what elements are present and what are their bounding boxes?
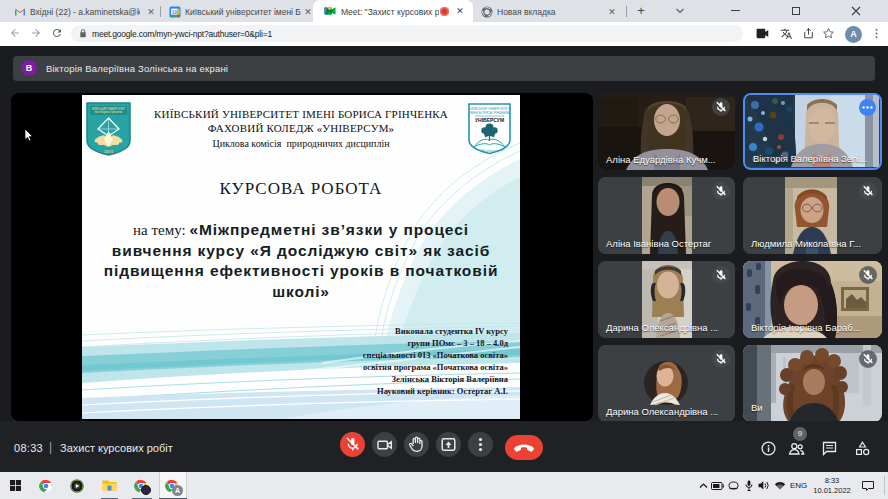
svg-text:@fk.universum: @fk.universum <box>480 149 499 153</box>
svg-text:10: 10 <box>172 10 178 15</box>
svg-text:1874: 1874 <box>104 149 114 154</box>
